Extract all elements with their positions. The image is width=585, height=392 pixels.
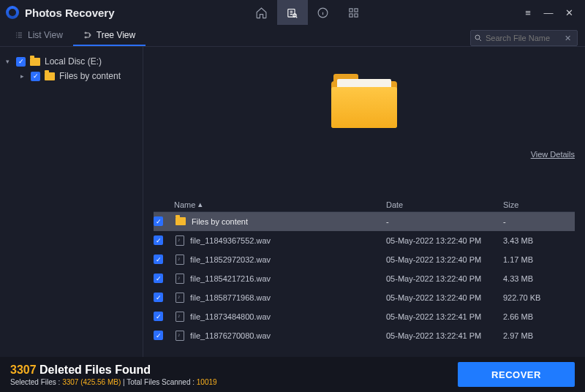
table-row[interactable]: ✓file_11852972032.wav05-May-2022 13:22:4… [154, 250, 575, 269]
file-date: 05-May-2022 13:22:40 PM [386, 236, 503, 245]
audio-file-icon [176, 255, 184, 265]
table-row[interactable]: ✓file_11849367552.wav05-May-2022 13:22:4… [154, 231, 575, 250]
clear-search-button[interactable]: ✕ [562, 34, 574, 43]
big-folder-icon [331, 81, 397, 128]
view-tab-row: List View Tree View ✕ [0, 25, 585, 47]
file-name: file_11852972032.wav [190, 255, 271, 264]
tab-list-label: List View [28, 30, 63, 40]
file-date: 05-May-2022 13:22:40 PM [386, 255, 503, 264]
checkbox[interactable]: ✓ [154, 255, 163, 264]
col-size[interactable]: Size [503, 200, 569, 209]
footer-subline: Selected Files : 3307 (425.56 MB) | Tota… [10, 378, 217, 386]
caret-icon: ▸ [20, 72, 26, 80]
col-date[interactable]: Date [386, 200, 503, 209]
table-row[interactable]: ✓Files by content-- [154, 212, 575, 231]
recover-button[interactable]: RECOVER [458, 362, 575, 387]
window-controls: ≡ — ✕ [518, 0, 579, 25]
info-button[interactable] [308, 0, 339, 25]
table-row[interactable]: ✓file_11854217216.wav05-May-2022 13:22:4… [154, 269, 575, 288]
table-row[interactable]: ✓file_11873484800.wav05-May-2022 13:22:4… [154, 307, 575, 326]
tree-root-label: Local Disc (E:) [45, 56, 102, 67]
tab-list-view[interactable]: List View [4, 26, 73, 46]
file-grid-header: Name▴ Date Size [154, 193, 575, 212]
audio-file-icon [176, 274, 184, 284]
main-area: ▾ ✓ Local Disc (E:) ▸ ✓ Files by content… [0, 47, 585, 357]
checkbox[interactable]: ✓ [154, 235, 163, 245]
file-size: - [503, 217, 569, 226]
svg-rect-3 [350, 8, 352, 11]
menu-button[interactable]: ≡ [518, 0, 538, 25]
table-row[interactable]: ✓file_11876270080.wav05-May-2022 13:22:4… [154, 326, 575, 345]
caret-icon: ▾ [6, 58, 12, 65]
col-name[interactable]: Name▴ [174, 200, 386, 209]
checkbox[interactable]: ✓ [154, 312, 163, 321]
file-date: 05-May-2022 13:22:40 PM [386, 274, 503, 283]
audio-file-icon [176, 235, 184, 246]
checkbox[interactable]: ✓ [154, 331, 163, 340]
table-row[interactable]: ✓file_11858771968.wav05-May-2022 13:22:4… [154, 288, 575, 307]
folder-icon [45, 72, 55, 80]
list-icon [15, 31, 23, 39]
close-button[interactable]: ✕ [559, 0, 579, 25]
found-count: 3307 Deleted Files Found [10, 363, 217, 377]
app-logo-icon [6, 6, 19, 19]
svg-point-8 [85, 37, 86, 38]
svg-rect-4 [355, 8, 358, 11]
file-size: 4.33 MB [503, 274, 569, 283]
footer-bar: 3307 Deleted Files Found Selected Files … [0, 357, 585, 392]
grid-icon [347, 7, 360, 19]
file-date: 05-May-2022 13:22:41 PM [386, 312, 503, 321]
svg-rect-5 [350, 13, 352, 16]
search-icon [474, 34, 483, 42]
file-size: 3.43 MB [503, 236, 569, 245]
svg-point-9 [89, 34, 91, 36]
file-name: file_11849367552.wav [190, 236, 271, 245]
folder-preview: View Details [154, 47, 575, 193]
file-size: 2.66 MB [503, 312, 569, 321]
checkbox[interactable]: ✓ [154, 293, 163, 302]
sort-asc-icon: ▴ [198, 200, 203, 209]
search-input[interactable] [486, 34, 559, 42]
minimize-button[interactable]: — [538, 0, 559, 25]
file-name: Files by content [192, 217, 248, 226]
home-button[interactable] [246, 0, 277, 25]
svg-rect-6 [355, 13, 358, 16]
sidebar-tree: ▾ ✓ Local Disc (E:) ▸ ✓ Files by content [0, 47, 143, 357]
apps-button[interactable] [339, 0, 369, 25]
view-details-link[interactable]: View Details [531, 150, 575, 159]
search-box[interactable]: ✕ [470, 30, 578, 46]
tree-node-root[interactable]: ▾ ✓ Local Disc (E:) [0, 54, 143, 69]
scan-button[interactable] [277, 0, 308, 25]
tab-tree-label: Tree View [97, 30, 135, 40]
checkbox[interactable]: ✓ [154, 216, 163, 226]
title-bar: Photos Recovery ≡ — ✕ [0, 0, 585, 25]
file-size: 922.70 KB [503, 293, 569, 302]
checkbox[interactable]: ✓ [31, 72, 40, 81]
checkbox[interactable]: ✓ [16, 57, 26, 67]
file-date: 05-May-2022 13:22:40 PM [386, 293, 503, 302]
file-date: 05-May-2022 13:22:41 PM [386, 331, 503, 340]
file-grid-body: ✓Files by content--✓file_11849367552.wav… [154, 212, 575, 345]
file-name: file_11876270080.wav [190, 331, 271, 340]
tree-child-label: Files by content [59, 71, 121, 81]
checkbox[interactable]: ✓ [154, 274, 163, 283]
audio-file-icon [176, 331, 184, 341]
file-size: 2.97 MB [503, 331, 569, 340]
info-icon [317, 7, 329, 19]
footer-text: 3307 Deleted Files Found Selected Files … [10, 363, 217, 386]
content-pane: View Details Name▴ Date Size ✓Files by c… [143, 47, 585, 357]
tree-node-child[interactable]: ▸ ✓ Files by content [0, 69, 143, 83]
file-date: - [386, 217, 503, 226]
folder-icon [30, 58, 40, 66]
file-name: file_11858771968.wav [190, 293, 271, 302]
app-title: Photos Recovery [25, 7, 115, 19]
audio-file-icon [176, 312, 184, 322]
tab-tree-view[interactable]: Tree View [73, 26, 146, 46]
svg-point-7 [85, 32, 86, 34]
audio-file-icon [176, 293, 184, 303]
home-icon [255, 7, 268, 19]
toolbar-group [246, 0, 369, 25]
file-name: file_11873484800.wav [190, 312, 271, 321]
svg-point-10 [475, 35, 480, 39]
folder-icon [176, 217, 186, 225]
